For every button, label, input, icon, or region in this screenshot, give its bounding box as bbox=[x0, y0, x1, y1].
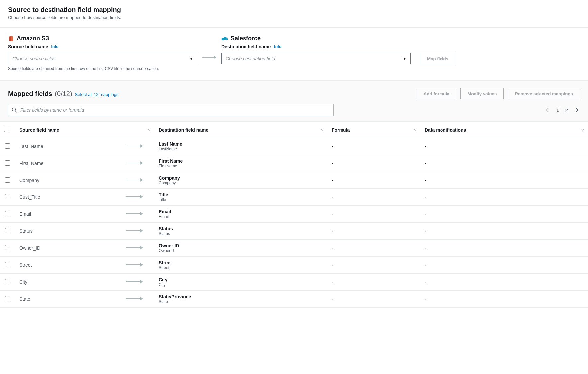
mods-value: - bbox=[421, 240, 588, 257]
destination-field-placeholder: Choose destination field bbox=[226, 56, 275, 61]
destination-field-label: Status bbox=[159, 226, 324, 231]
svg-point-4 bbox=[225, 38, 228, 40]
col-header-formula[interactable]: Formula bbox=[332, 127, 350, 133]
arrow-right-icon bbox=[126, 144, 143, 149]
row-checkbox[interactable] bbox=[5, 211, 10, 216]
table-row: StatusStatusStatus-- bbox=[0, 223, 588, 240]
chevron-down-icon: ▼ bbox=[190, 57, 193, 61]
mods-value: - bbox=[421, 138, 588, 155]
svg-marker-20 bbox=[140, 246, 143, 249]
col-header-mods[interactable]: Data modifications bbox=[425, 127, 466, 133]
pager-next[interactable] bbox=[574, 107, 580, 113]
table-row: CompanyCompanyCompany-- bbox=[0, 172, 588, 189]
destination-field-api: Company bbox=[159, 181, 324, 185]
svg-marker-18 bbox=[140, 229, 143, 232]
table-row: StreetStreetStreet-- bbox=[0, 257, 588, 274]
source-field-value: Status bbox=[19, 228, 33, 234]
destination-field-label: Last Name bbox=[159, 141, 324, 147]
arrow-right-icon bbox=[126, 245, 143, 251]
destination-field-api: FirstName bbox=[159, 164, 324, 168]
row-checkbox[interactable] bbox=[5, 177, 10, 183]
row-checkbox[interactable] bbox=[5, 228, 10, 233]
formula-value: - bbox=[328, 138, 421, 155]
mods-value: - bbox=[421, 223, 588, 240]
formula-value: - bbox=[328, 274, 421, 291]
source-info-link[interactable]: Info bbox=[51, 44, 59, 49]
table-row: EmailEmailEmail-- bbox=[0, 206, 588, 223]
svg-marker-24 bbox=[140, 280, 143, 283]
destination-field-api: State bbox=[159, 299, 324, 304]
table-row: Owner_IDOwner IDOwnerId-- bbox=[0, 240, 588, 257]
svg-marker-12 bbox=[140, 178, 143, 182]
mappings-table: Source field name▽ Destination field nam… bbox=[0, 122, 588, 308]
arrow-right-icon bbox=[126, 296, 143, 302]
map-fields-button[interactable]: Map fields bbox=[420, 53, 455, 64]
source-field-select[interactable]: Choose source fields ▼ bbox=[8, 53, 197, 64]
sort-caret-icon[interactable]: ▽ bbox=[581, 128, 584, 132]
destination-field-api: Title bbox=[159, 197, 324, 202]
destination-field-select[interactable]: Choose destination field ▼ bbox=[221, 53, 411, 64]
destination-info-link[interactable]: Info bbox=[274, 44, 281, 49]
pager-page-1[interactable]: 1 bbox=[556, 107, 559, 113]
page-header: Source to destination field mapping Choo… bbox=[0, 0, 588, 28]
source-helper-text: Source fields are obtained from the firs… bbox=[8, 66, 194, 71]
sort-caret-icon[interactable]: ▽ bbox=[321, 128, 324, 132]
row-checkbox[interactable] bbox=[5, 262, 10, 267]
add-formula-button[interactable]: Add formula bbox=[417, 88, 457, 99]
arrow-right-icon bbox=[126, 194, 143, 200]
remove-mappings-button[interactable]: Remove selected mappings bbox=[508, 88, 580, 99]
row-checkbox[interactable] bbox=[5, 279, 10, 284]
row-checkbox[interactable] bbox=[5, 296, 10, 301]
table-row: CityCityCity-- bbox=[0, 274, 588, 291]
formula-value: - bbox=[328, 257, 421, 274]
source-column: Amazon S3 Source field name Info Choose … bbox=[8, 35, 197, 71]
sort-caret-icon[interactable]: ▽ bbox=[148, 128, 151, 132]
chevron-down-icon: ▼ bbox=[403, 57, 406, 61]
modify-values-button[interactable]: Modify values bbox=[460, 88, 504, 99]
row-checkbox[interactable] bbox=[5, 160, 10, 166]
mods-value: - bbox=[421, 172, 588, 189]
source-field-value: Cust_Title bbox=[19, 194, 40, 200]
destination-field-label: City bbox=[159, 277, 324, 282]
arrow-right-icon bbox=[126, 211, 143, 217]
destination-field-label: First Name bbox=[159, 158, 324, 164]
svg-marker-8 bbox=[140, 144, 143, 148]
destination-field-label: Email bbox=[159, 209, 324, 214]
pager-page-2[interactable]: 2 bbox=[565, 107, 568, 113]
mapping-section: Amazon S3 Source field name Info Choose … bbox=[0, 28, 588, 81]
table-row: Last_NameLast NameLastName-- bbox=[0, 138, 588, 155]
select-all-checkbox[interactable] bbox=[4, 127, 9, 132]
source-field-value: First_Name bbox=[19, 161, 43, 166]
destination-field-api: Status bbox=[159, 231, 324, 236]
row-checkbox[interactable] bbox=[5, 143, 10, 149]
row-checkbox[interactable] bbox=[5, 245, 10, 250]
source-field-value: Owner_ID bbox=[19, 245, 40, 251]
col-header-source[interactable]: Source field name bbox=[19, 127, 59, 133]
mods-value: - bbox=[421, 189, 588, 206]
source-field-value: State bbox=[19, 296, 30, 302]
destination-field-label: Owner ID bbox=[159, 243, 324, 248]
destination-field-api: City bbox=[159, 282, 324, 287]
filter-box[interactable] bbox=[8, 104, 334, 116]
svg-point-5 bbox=[12, 108, 16, 111]
col-header-destination[interactable]: Destination field name bbox=[159, 127, 208, 133]
pager-prev[interactable] bbox=[544, 107, 550, 113]
source-field-value: City bbox=[19, 279, 27, 285]
destination-field-api: OwnerId bbox=[159, 248, 324, 253]
page-title: Source to destination field mapping bbox=[8, 6, 580, 14]
amazon-s3-icon bbox=[8, 36, 14, 42]
mapped-fields-count: (0/12) bbox=[55, 90, 72, 98]
row-checkbox[interactable] bbox=[5, 194, 10, 199]
select-all-link[interactable]: Select all 12 mappings bbox=[75, 92, 119, 97]
mods-value: - bbox=[421, 206, 588, 223]
sort-caret-icon[interactable]: ▽ bbox=[414, 128, 417, 132]
destination-field-label: Company bbox=[159, 175, 324, 181]
mods-value: - bbox=[421, 274, 588, 291]
source-field-value: Street bbox=[19, 262, 32, 268]
mapping-arrow bbox=[197, 35, 221, 60]
arrow-right-icon bbox=[126, 262, 143, 268]
search-icon bbox=[12, 107, 17, 113]
filter-input[interactable] bbox=[20, 107, 330, 113]
destination-field-api: LastName bbox=[159, 147, 324, 151]
destination-field-label: Street bbox=[159, 260, 324, 265]
